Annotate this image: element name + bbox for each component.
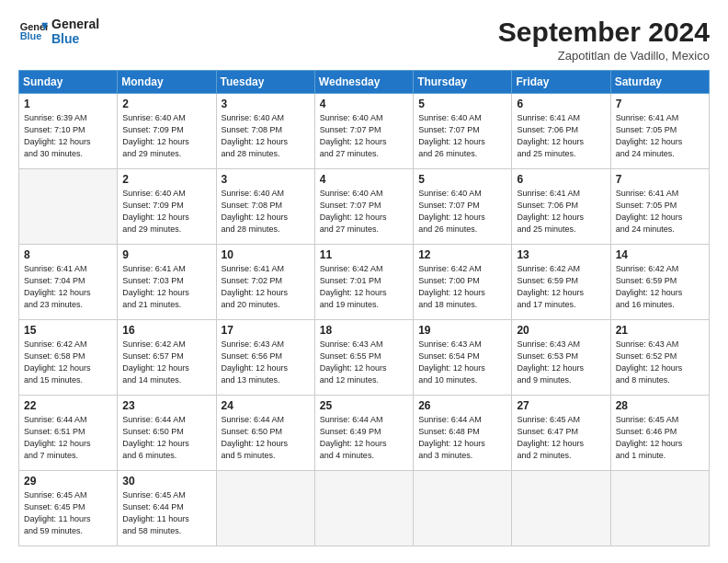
day-cell: 11Sunrise: 6:42 AM Sunset: 7:01 PM Dayli… (314, 245, 413, 320)
day-info: Sunrise: 6:45 AM Sunset: 6:46 PM Dayligh… (616, 414, 704, 462)
day-number: 10 (222, 248, 310, 261)
header-thursday: Thursday (414, 71, 512, 94)
day-cell (414, 471, 512, 546)
day-info: Sunrise: 6:41 AM Sunset: 7:02 PM Dayligh… (222, 263, 310, 311)
day-info: Sunrise: 6:41 AM Sunset: 7:05 PM Dayligh… (616, 188, 704, 236)
day-cell: 24Sunrise: 6:44 AM Sunset: 6:50 PM Dayli… (216, 396, 314, 471)
day-info: Sunrise: 6:43 AM Sunset: 6:56 PM Dayligh… (222, 339, 310, 386)
day-cell: 6Sunrise: 6:41 AM Sunset: 7:06 PM Daylig… (512, 94, 610, 169)
day-info: Sunrise: 6:40 AM Sunset: 7:07 PM Dayligh… (320, 112, 408, 160)
day-info: Sunrise: 6:45 AM Sunset: 6:45 PM Dayligh… (24, 489, 112, 537)
day-cell: 4Sunrise: 6:40 AM Sunset: 7:07 PM Daylig… (314, 94, 413, 169)
day-cell: 14Sunrise: 6:42 AM Sunset: 6:59 PM Dayli… (610, 245, 709, 320)
day-info: Sunrise: 6:44 AM Sunset: 6:51 PM Dayligh… (24, 414, 112, 462)
day-info: Sunrise: 6:40 AM Sunset: 7:08 PM Dayligh… (222, 188, 310, 236)
day-info: Sunrise: 6:41 AM Sunset: 7:04 PM Dayligh… (24, 263, 112, 311)
day-cell: 28Sunrise: 6:45 AM Sunset: 6:46 PM Dayli… (610, 396, 709, 471)
day-info: Sunrise: 6:40 AM Sunset: 7:07 PM Dayligh… (418, 188, 506, 236)
day-cell: 15Sunrise: 6:42 AM Sunset: 6:58 PM Dayli… (19, 320, 118, 396)
day-number: 4 (320, 173, 408, 186)
logo-line1: General (51, 17, 99, 31)
day-info: Sunrise: 6:44 AM Sunset: 6:49 PM Dayligh… (320, 414, 408, 462)
day-cell: 5Sunrise: 6:40 AM Sunset: 7:07 PM Daylig… (414, 169, 512, 245)
day-number: 22 (24, 399, 112, 412)
day-number: 7 (616, 173, 704, 186)
day-info: Sunrise: 6:40 AM Sunset: 7:09 PM Dayligh… (122, 112, 210, 160)
day-cell: 23Sunrise: 6:44 AM Sunset: 6:50 PM Dayli… (118, 396, 216, 471)
day-number: 26 (418, 399, 506, 412)
day-cell: 9Sunrise: 6:41 AM Sunset: 7:03 PM Daylig… (118, 245, 216, 320)
day-number: 2 (122, 98, 210, 110)
header-saturday: Saturday (610, 71, 709, 94)
day-number: 16 (122, 324, 210, 337)
day-cell: 7Sunrise: 6:41 AM Sunset: 7:05 PM Daylig… (610, 94, 709, 169)
week-row: 8Sunrise: 6:41 AM Sunset: 7:04 PM Daylig… (19, 245, 710, 320)
day-info: Sunrise: 6:42 AM Sunset: 6:57 PM Dayligh… (122, 339, 210, 386)
day-number: 11 (320, 248, 408, 261)
week-row: 2Sunrise: 6:40 AM Sunset: 7:09 PM Daylig… (19, 169, 710, 245)
page: General Blue General Blue September 2024… (0, 0, 728, 563)
day-number: 6 (517, 98, 605, 110)
title-block: September 2024 Zapotitlan de Vadillo, Me… (498, 17, 710, 63)
header-sunday: Sunday (19, 71, 118, 94)
day-info: Sunrise: 6:43 AM Sunset: 6:55 PM Dayligh… (320, 339, 408, 386)
day-info: Sunrise: 6:43 AM Sunset: 6:54 PM Dayligh… (418, 339, 506, 386)
day-cell: 3Sunrise: 6:40 AM Sunset: 7:08 PM Daylig… (216, 94, 314, 169)
day-number: 28 (616, 399, 704, 412)
day-number: 2 (122, 173, 210, 186)
day-cell: 4Sunrise: 6:40 AM Sunset: 7:07 PM Daylig… (314, 169, 413, 245)
header-friday: Friday (512, 71, 610, 94)
week-row: 22Sunrise: 6:44 AM Sunset: 6:51 PM Dayli… (19, 396, 710, 471)
day-number: 27 (517, 399, 605, 412)
day-number: 14 (616, 248, 704, 261)
location: Zapotitlan de Vadillo, Mexico (498, 49, 710, 63)
day-number: 29 (24, 475, 112, 488)
day-info: Sunrise: 6:45 AM Sunset: 6:44 PM Dayligh… (122, 489, 210, 537)
day-cell: 27Sunrise: 6:45 AM Sunset: 6:47 PM Dayli… (512, 396, 610, 471)
day-cell: 7Sunrise: 6:41 AM Sunset: 7:05 PM Daylig… (610, 169, 709, 245)
day-info: Sunrise: 6:43 AM Sunset: 6:53 PM Dayligh… (517, 339, 605, 386)
day-info: Sunrise: 6:42 AM Sunset: 7:00 PM Dayligh… (418, 263, 506, 311)
day-number: 3 (222, 173, 310, 186)
day-number: 23 (122, 399, 210, 412)
day-info: Sunrise: 6:39 AM Sunset: 7:10 PM Dayligh… (24, 112, 112, 160)
day-number: 6 (517, 173, 605, 186)
day-cell (314, 471, 413, 546)
day-cell (610, 471, 709, 546)
header-wednesday: Wednesday (314, 71, 413, 94)
day-number: 5 (418, 98, 506, 110)
day-info: Sunrise: 6:44 AM Sunset: 6:50 PM Dayligh… (122, 414, 210, 462)
day-number: 9 (122, 248, 210, 261)
day-number: 1 (24, 98, 112, 110)
day-cell: 30Sunrise: 6:45 AM Sunset: 6:44 PM Dayli… (118, 471, 216, 546)
day-cell: 19Sunrise: 6:43 AM Sunset: 6:54 PM Dayli… (414, 320, 512, 396)
day-number: 25 (320, 399, 408, 412)
week-row: 1Sunrise: 6:39 AM Sunset: 7:10 PM Daylig… (19, 94, 710, 169)
day-number: 4 (320, 98, 408, 110)
day-cell: 3Sunrise: 6:40 AM Sunset: 7:08 PM Daylig… (216, 169, 314, 245)
day-cell: 2Sunrise: 6:40 AM Sunset: 7:09 PM Daylig… (118, 94, 216, 169)
month-title: September 2024 (498, 17, 710, 47)
day-number: 30 (122, 475, 210, 488)
day-number: 19 (418, 324, 506, 337)
day-info: Sunrise: 6:41 AM Sunset: 7:06 PM Dayligh… (517, 188, 605, 236)
day-info: Sunrise: 6:40 AM Sunset: 7:09 PM Dayligh… (122, 188, 210, 236)
day-cell: 1Sunrise: 6:39 AM Sunset: 7:10 PM Daylig… (19, 94, 118, 169)
day-info: Sunrise: 6:42 AM Sunset: 6:58 PM Dayligh… (24, 339, 112, 386)
day-cell: 17Sunrise: 6:43 AM Sunset: 6:56 PM Dayli… (216, 320, 314, 396)
day-cell (19, 169, 118, 245)
day-number: 20 (517, 324, 605, 337)
day-info: Sunrise: 6:40 AM Sunset: 7:07 PM Dayligh… (320, 188, 408, 236)
svg-text:Blue: Blue (20, 30, 42, 41)
day-cell: 20Sunrise: 6:43 AM Sunset: 6:53 PM Dayli… (512, 320, 610, 396)
day-info: Sunrise: 6:43 AM Sunset: 6:52 PM Dayligh… (616, 339, 704, 386)
day-cell: 22Sunrise: 6:44 AM Sunset: 6:51 PM Dayli… (19, 396, 118, 471)
logo-icon: General Blue (18, 17, 48, 46)
day-number: 5 (418, 173, 506, 186)
day-number: 7 (616, 98, 704, 110)
day-cell: 2Sunrise: 6:40 AM Sunset: 7:09 PM Daylig… (118, 169, 216, 245)
day-cell: 13Sunrise: 6:42 AM Sunset: 6:59 PM Dayli… (512, 245, 610, 320)
day-info: Sunrise: 6:41 AM Sunset: 7:06 PM Dayligh… (517, 112, 605, 160)
day-number: 12 (418, 248, 506, 261)
day-info: Sunrise: 6:41 AM Sunset: 7:03 PM Dayligh… (122, 263, 210, 311)
